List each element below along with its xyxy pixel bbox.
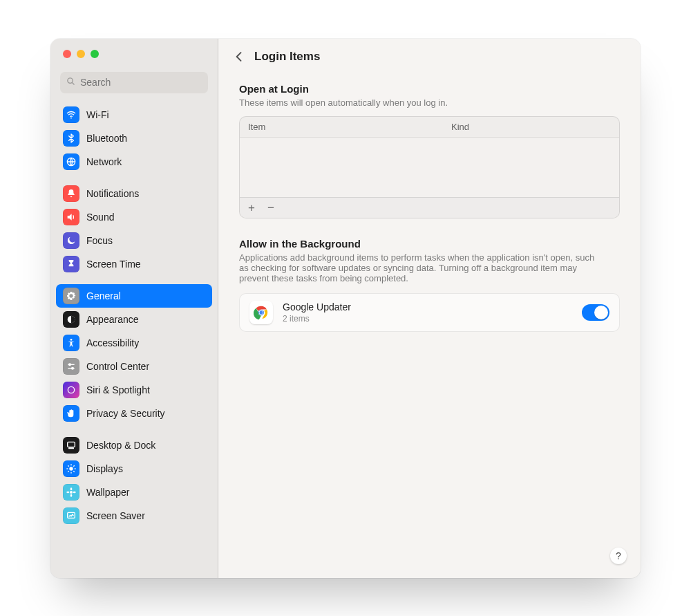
table-header: Item Kind bbox=[240, 117, 619, 138]
gear-icon bbox=[63, 288, 79, 304]
svg-rect-27 bbox=[68, 512, 75, 518]
main-panel: Login Items Open at Login These items wi… bbox=[218, 39, 641, 578]
flower-icon bbox=[63, 484, 79, 501]
sidebar-item-label: Bluetooth bbox=[86, 133, 127, 144]
sidebar-nav: Wi-Fi Bluetooth Network Notifica bbox=[50, 99, 218, 578]
add-button[interactable]: + bbox=[247, 202, 256, 214]
wifi-icon bbox=[63, 106, 79, 123]
sidebar-item-bluetooth[interactable]: Bluetooth bbox=[56, 127, 212, 150]
svg-line-1 bbox=[73, 82, 75, 84]
search-input[interactable] bbox=[80, 77, 202, 88]
sidebar-item-accessibility[interactable]: Accessibility bbox=[56, 331, 212, 355]
svg-line-18 bbox=[68, 465, 68, 466]
close-icon[interactable] bbox=[63, 50, 71, 58]
sidebar-item-screensaver[interactable]: Screen Saver bbox=[56, 504, 212, 528]
svg-point-0 bbox=[68, 77, 73, 83]
sidebar-item-sound[interactable]: Sound bbox=[56, 205, 212, 229]
speaker-icon bbox=[63, 209, 79, 225]
svg-point-25 bbox=[66, 491, 69, 493]
svg-point-10 bbox=[68, 386, 74, 393]
svg-line-21 bbox=[73, 465, 74, 466]
settings-window: Wi-Fi Bluetooth Network Notifica bbox=[50, 39, 641, 578]
svg-point-5 bbox=[70, 339, 73, 341]
svg-line-19 bbox=[73, 471, 74, 472]
svg-point-23 bbox=[70, 487, 73, 490]
column-kind[interactable]: Kind bbox=[451, 122, 611, 132]
open-at-login-title: Open at Login bbox=[239, 83, 620, 95]
search-field[interactable] bbox=[60, 72, 208, 93]
zoom-icon[interactable] bbox=[91, 50, 99, 58]
window-controls bbox=[50, 39, 218, 62]
svg-rect-11 bbox=[68, 442, 75, 447]
sliders-icon bbox=[63, 358, 79, 375]
sidebar-item-label: Network bbox=[86, 156, 122, 167]
sidebar-item-appearance[interactable]: Appearance bbox=[56, 308, 212, 331]
bluetooth-icon bbox=[63, 130, 79, 147]
sidebar-item-label: Notifications bbox=[86, 188, 139, 199]
sidebar-item-displays[interactable]: Displays bbox=[56, 457, 212, 480]
screensaver-icon bbox=[63, 507, 79, 524]
sidebar-item-wifi[interactable]: Wi-Fi bbox=[56, 103, 212, 127]
back-button[interactable] bbox=[232, 50, 246, 64]
background-item-toggle[interactable] bbox=[582, 304, 609, 321]
svg-point-31 bbox=[259, 310, 263, 314]
chrome-icon bbox=[249, 301, 273, 324]
sidebar-item-label: Desktop & Dock bbox=[86, 440, 155, 451]
svg-point-24 bbox=[70, 494, 73, 496]
sidebar-item-label: Siri & Spotlight bbox=[86, 384, 150, 395]
sidebar-item-desktop[interactable]: Desktop & Dock bbox=[56, 433, 212, 457]
column-item[interactable]: Item bbox=[248, 122, 451, 132]
svg-point-7 bbox=[69, 364, 71, 366]
appearance-icon bbox=[63, 311, 79, 328]
sidebar-item-network[interactable]: Network bbox=[56, 150, 212, 174]
remove-button[interactable]: − bbox=[266, 202, 276, 214]
sidebar-item-label: Sound bbox=[86, 212, 114, 223]
hourglass-icon bbox=[63, 256, 79, 272]
accessibility-icon bbox=[63, 335, 79, 351]
sidebar-item-label: General bbox=[86, 290, 121, 301]
sidebar-item-label: Displays bbox=[86, 463, 123, 474]
sidebar-item-label: Screen Time bbox=[86, 259, 141, 270]
sidebar-item-screentime[interactable]: Screen Time bbox=[56, 252, 212, 276]
sidebar-item-label: Privacy & Security bbox=[86, 408, 165, 419]
allow-background-title: Allow in the Background bbox=[239, 238, 620, 250]
background-item-detail: 2 items bbox=[283, 314, 351, 324]
svg-point-26 bbox=[73, 491, 76, 493]
background-item-row: Google Updater 2 items bbox=[239, 293, 620, 332]
dock-icon bbox=[63, 437, 79, 454]
sidebar-item-label: Appearance bbox=[86, 314, 139, 325]
table-body-empty bbox=[240, 138, 619, 197]
sidebar-item-privacy[interactable]: Privacy & Security bbox=[56, 402, 212, 425]
hand-icon bbox=[63, 405, 79, 422]
sidebar-item-label: Control Center bbox=[86, 361, 149, 372]
sidebar-item-notifications[interactable]: Notifications bbox=[56, 182, 212, 205]
svg-rect-12 bbox=[68, 447, 74, 449]
sun-icon bbox=[63, 460, 79, 477]
background-item-name: Google Updater bbox=[283, 301, 351, 312]
allow-background-subtitle: Applications add background items to per… bbox=[239, 252, 598, 283]
sidebar-item-label: Accessibility bbox=[86, 337, 139, 348]
sidebar: Wi-Fi Bluetooth Network Notifica bbox=[50, 39, 218, 578]
sidebar-item-focus[interactable]: Focus bbox=[56, 229, 212, 252]
svg-point-9 bbox=[72, 367, 74, 369]
svg-point-13 bbox=[69, 467, 73, 470]
svg-line-20 bbox=[68, 471, 68, 472]
sidebar-item-label: Screen Saver bbox=[86, 510, 145, 521]
chevron-left-icon bbox=[232, 50, 246, 64]
bell-icon bbox=[63, 185, 79, 202]
svg-point-22 bbox=[70, 491, 73, 494]
siri-icon bbox=[63, 382, 79, 398]
sidebar-item-controlcenter[interactable]: Control Center bbox=[56, 355, 212, 378]
globe-icon bbox=[63, 153, 79, 170]
login-items-table: Item Kind + − bbox=[239, 116, 620, 218]
background-item-text: Google Updater 2 items bbox=[283, 301, 351, 324]
sidebar-item-general[interactable]: General bbox=[56, 284, 212, 308]
sidebar-item-wallpaper[interactable]: Wallpaper bbox=[56, 480, 212, 504]
titlebar: Login Items bbox=[218, 39, 641, 72]
open-at-login-subtitle: These items will open automatically when… bbox=[239, 97, 620, 108]
help-button[interactable]: ? bbox=[610, 548, 627, 564]
sidebar-item-label: Focus bbox=[86, 235, 113, 246]
sidebar-item-siri[interactable]: Siri & Spotlight bbox=[56, 378, 212, 402]
minimize-icon[interactable] bbox=[77, 50, 85, 58]
svg-point-2 bbox=[70, 117, 72, 118]
